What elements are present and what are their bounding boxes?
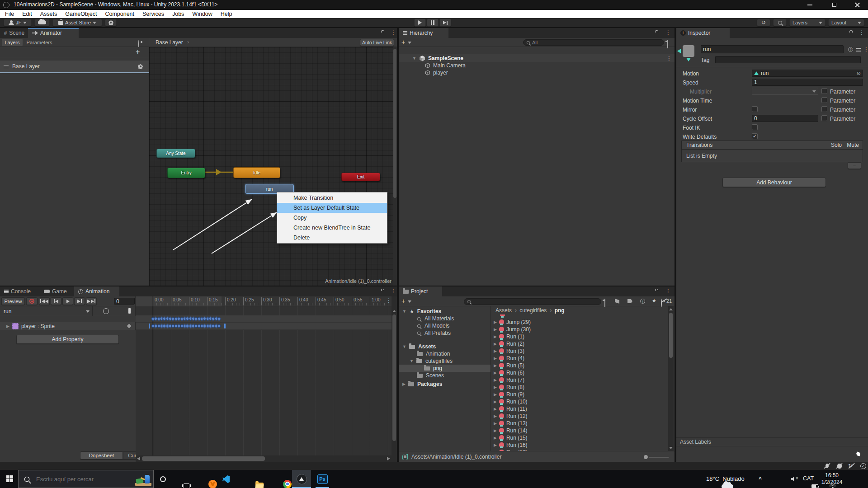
chevron-down-icon[interactable] xyxy=(408,300,411,303)
tab-console[interactable]: Console xyxy=(0,286,39,296)
asset-import-icon[interactable] xyxy=(615,299,619,304)
start-button[interactable] xyxy=(6,475,13,482)
filter-by-selection-icon[interactable] xyxy=(103,308,109,314)
last-key-button[interactable] xyxy=(86,297,97,305)
layers-subtab[interactable]: Layers xyxy=(2,39,23,46)
layer-item-base-layer[interactable]: Base Layer xyxy=(0,61,149,73)
file-row[interactable]: ▶Run (9) xyxy=(491,391,524,398)
keyframe-track[interactable] xyxy=(136,315,392,323)
tab-game[interactable]: Game xyxy=(40,286,73,296)
clip-edge-marker[interactable] xyxy=(149,324,150,328)
weather-cloud-icon[interactable] xyxy=(722,484,733,488)
foldout-arrow-icon[interactable]: ▶ xyxy=(494,436,497,440)
refresh-disabled-icon[interactable]: ↻ xyxy=(848,463,855,469)
object-picker-icon[interactable]: ⊙ xyxy=(857,70,861,76)
menu-jobs[interactable]: Jobs xyxy=(168,11,188,17)
keyframe-diamond[interactable] xyxy=(217,317,222,321)
tag-field[interactable] xyxy=(715,56,861,63)
tree-favorite-item[interactable]: All Materials xyxy=(399,315,491,322)
state-node-any-state[interactable]: Any State xyxy=(156,149,195,158)
tree-packages[interactable]: ▶ Packages xyxy=(399,380,491,388)
foldout-arrow-icon[interactable]: ▶ xyxy=(494,356,497,361)
file-row[interactable]: ▶Run (10) xyxy=(491,398,528,405)
context-menu-item[interactable]: Delete xyxy=(277,233,387,243)
play-button[interactable] xyxy=(414,19,426,27)
foldout-arrow-icon[interactable]: ▶ xyxy=(494,392,497,397)
favorites-star-icon[interactable]: ★ xyxy=(652,298,656,304)
context-menu-item[interactable]: Create new BlendTree in State xyxy=(277,223,387,233)
tree-cutegirlfiles-folder[interactable]: ▼ cutegirlfiles xyxy=(399,357,491,365)
state-name-field[interactable] xyxy=(701,45,844,53)
mirror-parameter-checkbox[interactable] xyxy=(821,106,827,112)
file-row[interactable]: ▶Run (11) xyxy=(491,405,527,413)
foldout-arrow-icon[interactable]: ▶ xyxy=(494,407,497,411)
motion-time-parameter-checkbox[interactable] xyxy=(821,97,827,103)
state-node-idle[interactable]: Idle xyxy=(233,167,280,178)
kebab-menu-icon[interactable]: ⋮ xyxy=(863,47,868,52)
unity-taskbar-button[interactable] xyxy=(292,470,311,488)
photoshop-taskbar-button[interactable]: Ps xyxy=(313,470,332,488)
prev-key-button[interactable] xyxy=(51,297,61,305)
cycle-offset-field[interactable] xyxy=(752,115,818,122)
tab-animation[interactable]: Animation xyxy=(74,286,119,296)
zoom-slider-handle[interactable] xyxy=(644,455,648,459)
tab-project[interactable]: Project xyxy=(399,286,442,296)
gear-icon[interactable] xyxy=(138,65,142,69)
menu-help[interactable]: Help xyxy=(217,11,236,17)
tree-scenes-folder[interactable]: Scenes xyxy=(399,372,491,379)
kebab-menu-icon[interactable]: ⋮ xyxy=(666,56,672,61)
pause-button[interactable] xyxy=(427,19,439,27)
kebab-menu-icon[interactable]: ⋮ xyxy=(859,30,864,35)
add-event-button[interactable] xyxy=(128,308,131,314)
timeline-v-scrollbar[interactable] xyxy=(392,296,397,462)
file-row[interactable]: ▶Run (12) xyxy=(491,413,528,420)
first-key-button[interactable] xyxy=(39,297,50,305)
foldout-arrow-icon[interactable]: ▼ xyxy=(412,56,416,61)
foldout-arrow-icon[interactable]: ▶ xyxy=(494,421,497,426)
close-button[interactable] xyxy=(854,2,860,8)
tree-favorite-item[interactable]: All Models xyxy=(399,322,491,329)
tree-png-folder[interactable]: png xyxy=(399,365,491,372)
keyframe-diamond[interactable] xyxy=(217,324,222,328)
menu-assets[interactable]: Assets xyxy=(36,11,61,17)
breadcrumb-cutegirlfiles[interactable]: cutegirlfiles xyxy=(519,307,547,314)
clip-edge-marker[interactable] xyxy=(224,324,226,328)
xampp-icon[interactable] xyxy=(208,480,217,488)
auto-live-link-button[interactable]: Auto Live Link xyxy=(360,39,394,46)
hidden-icons-chevron[interactable]: ^ xyxy=(759,476,762,482)
file-row[interactable]: ▶Run (5) xyxy=(491,362,524,369)
file-row[interactable]: ▶Run (16) xyxy=(491,441,528,449)
write-defaults-checkbox[interactable] xyxy=(752,133,758,139)
file-row[interactable]: ▶Run (14) xyxy=(491,427,528,434)
kebab-menu-icon[interactable]: ⋮ xyxy=(665,289,671,293)
breadcrumb-assets[interactable]: Assets xyxy=(495,307,512,314)
preview-button[interactable]: Preview xyxy=(1,297,25,305)
menu-edit[interactable]: Edit xyxy=(18,11,36,17)
state-node-exit[interactable]: Exit xyxy=(341,173,380,181)
presets-icon[interactable] xyxy=(856,48,861,52)
layers-dropdown[interactable]: Layers xyxy=(789,19,826,26)
file-row[interactable]: ▶Run (1) xyxy=(491,333,524,340)
animation-timeline[interactable]: ⋮ 0:000:050:100:150:200:250:300:350:400:… xyxy=(136,296,397,462)
language-indicator[interactable]: CAT xyxy=(803,475,814,482)
tab-scene[interactable]: # Scene xyxy=(0,28,28,38)
tree-favorites[interactable]: ▼★ Favorites xyxy=(399,308,491,315)
foldout-arrow-icon[interactable]: ▶ xyxy=(494,320,497,324)
hierarchy-item[interactable]: Main Camera xyxy=(399,62,675,69)
search-button[interactable] xyxy=(773,19,787,26)
asset-store-button[interactable]: Asset Store xyxy=(52,19,102,26)
context-menu-item[interactable]: Set as Layer Default State xyxy=(277,203,387,213)
foldout-arrow-icon[interactable]: ▶ xyxy=(494,399,497,404)
breadcrumb-png[interactable]: png xyxy=(555,307,565,314)
add-layer-button[interactable]: + xyxy=(136,48,140,56)
kebab-menu-icon[interactable]: ⋮ xyxy=(391,30,396,35)
search-input[interactable] xyxy=(532,40,654,45)
foldout-arrow-icon[interactable]: ▶ xyxy=(494,327,497,332)
foldout-arrow-icon[interactable]: ▶ xyxy=(494,428,497,433)
layout-dropdown[interactable]: Layout xyxy=(828,19,864,26)
keyframe-track[interactable] xyxy=(136,323,392,330)
motion-field[interactable]: run ⊙ xyxy=(752,70,863,77)
animator-vertical-scrollbar[interactable] xyxy=(393,47,397,286)
menu-window[interactable]: Window xyxy=(188,11,216,17)
project-scrollbar[interactable] xyxy=(668,306,674,451)
